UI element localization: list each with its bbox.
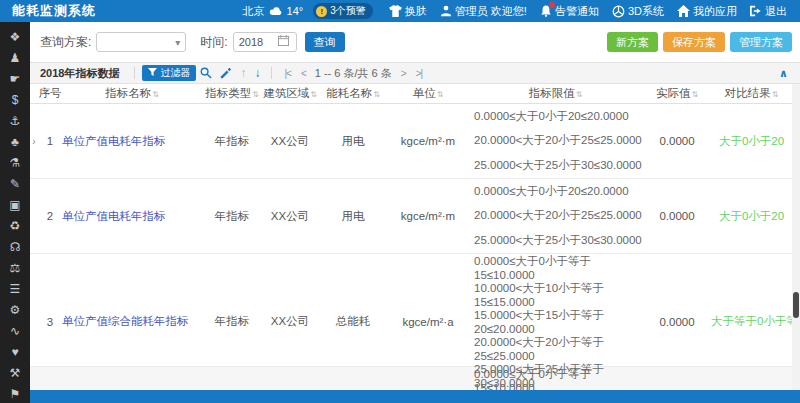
logout-icon <box>750 5 762 17</box>
tools-icon[interactable]: ⚒ <box>0 363 30 384</box>
system-3d-menu-item[interactable]: 3D系统 <box>612 4 664 19</box>
limit-values: 0.0000≤大于0小于20≤20.0000 20.0000<大于20小于25≤… <box>468 179 643 253</box>
indicator-type: 年指标 <box>202 134 262 149</box>
gear-icon[interactable]: ⚙ <box>0 300 30 321</box>
sort-icon: ⇅ <box>310 90 317 99</box>
logout-menu-item[interactable]: 退出 <box>750 4 787 19</box>
user-label: 管理员 欢迎您! <box>455 4 527 19</box>
alarm-menu-item[interactable]: 告警通知 <box>540 4 599 19</box>
table-row: 2 单位产值电耗年指标 年指标 XX公司 用电 kgce/m²·m 0.0000… <box>30 179 792 254</box>
last-page-button[interactable]: >| <box>416 68 422 79</box>
alert-count-badge[interactable]: ! 3个预警 <box>313 3 373 19</box>
move-down-icon[interactable]: ↓ <box>254 66 260 80</box>
unit: kgce/m²·m <box>388 210 468 222</box>
my-apps-label: 我的应用 <box>693 4 737 19</box>
hand-icon[interactable]: ☛ <box>0 69 30 90</box>
sort-icon: ⇅ <box>437 90 444 99</box>
col-result[interactable]: 对比结果⇅ <box>711 86 792 101</box>
shirt-icon <box>389 5 402 17</box>
bell-icon[interactable]: ☊ <box>0 237 30 258</box>
table-header: 序号 指标名称⇅ 指标类型⇅ 建筑区域⇅ 能耗名称⇅ 单位⇅ 指标限值⇅ 实际值… <box>30 84 792 104</box>
col-energy[interactable]: 能耗名称⇅ <box>318 86 388 101</box>
table-body: › 1 单位产值电耗年指标 年指标 XX公司 用电 kgce/m²·m 0.00… <box>30 104 792 390</box>
row-no: 3 <box>38 316 62 328</box>
col-actual[interactable]: 实际值⇅ <box>643 86 711 101</box>
panel-title: 2018年指标数据 <box>40 66 119 81</box>
user-menu-item[interactable]: 管理员 欢迎您! <box>440 4 527 19</box>
flask-icon[interactable]: ⚗ <box>0 153 30 174</box>
col-name[interactable]: 指标名称⇅ <box>62 86 202 101</box>
col-type[interactable]: 指标类型⇅ <box>202 86 262 101</box>
new-scheme-button[interactable]: 新方案 <box>607 32 658 52</box>
3d-system-label: 3D系统 <box>628 4 664 19</box>
divider <box>134 67 135 79</box>
vertical-scrollbar[interactable] <box>792 84 800 390</box>
scrollbar-thumb[interactable] <box>793 292 799 318</box>
col-unit[interactable]: 单位⇅ <box>388 86 468 101</box>
user-icon[interactable]: ♟ <box>0 48 30 69</box>
funnel-icon <box>148 68 157 79</box>
flag-icon[interactable]: ⚑ <box>0 384 30 403</box>
heart-icon[interactable]: ♥ <box>0 342 30 363</box>
next-page-button[interactable]: > <box>401 68 406 79</box>
sort-icon: ⇅ <box>576 90 583 99</box>
save-scheme-button[interactable]: 保存方案 <box>663 32 725 52</box>
app-window: 能耗监测系统 北京 14° ! 3个预警 换肤 管理员 欢迎您! <box>0 0 800 403</box>
box-icon[interactable]: ▣ <box>0 195 30 216</box>
menu-icon[interactable]: ☰ <box>0 279 30 300</box>
my-apps-menu-item[interactable]: 我的应用 <box>677 4 737 19</box>
compare-result: 大于0小于20 <box>711 209 792 224</box>
manage-scheme-button[interactable]: 管理方案 <box>730 32 792 52</box>
city-label: 北京 <box>243 4 265 19</box>
warning-icon: ! <box>316 6 327 17</box>
prev-page-button[interactable]: < <box>301 68 306 79</box>
sort-icon: ⇅ <box>152 90 159 99</box>
scheme-select[interactable]: ▾ <box>96 32 186 52</box>
col-area[interactable]: 建筑区域⇅ <box>262 86 318 101</box>
brush-icon[interactable] <box>220 67 232 79</box>
scales-icon[interactable]: ⚖ <box>0 258 30 279</box>
building-area: XX公司 <box>262 134 318 149</box>
compare-result: 大于0小于20 <box>711 134 792 149</box>
limit-line: 0.0000≤大于0小于20≤20.0000 <box>474 109 643 124</box>
table-row: › 1 单位产值电耗年指标 年指标 XX公司 用电 kgce/m²·m 0.00… <box>30 104 792 179</box>
expand-row-icon[interactable]: › <box>30 136 38 147</box>
anchor-icon[interactable]: ⚓ <box>0 111 30 132</box>
collapse-panel-icon[interactable]: ∧ <box>779 67 788 80</box>
edit-icon[interactable]: ✎ <box>0 174 30 195</box>
refresh-icon[interactable]: ♻ <box>0 216 30 237</box>
search-button[interactable]: 查询 <box>305 32 345 52</box>
move-up-icon[interactable]: ↑ <box>240 66 246 80</box>
actual-value: 0.0000 <box>643 210 711 222</box>
indicator-name-link[interactable]: 单位产值综合能耗年指标 <box>62 314 202 329</box>
actual-value: 0.0000 <box>643 316 711 328</box>
limit-line: 0.0000≤大于0小于20≤20.0000 <box>474 184 643 199</box>
home-icon <box>677 5 690 17</box>
indicator-name-link[interactable]: 单位产值电耗年指标 <box>62 209 202 224</box>
indicator-name-link[interactable]: 单位产值电耗年指标 <box>62 134 202 149</box>
search-icon[interactable] <box>200 67 212 79</box>
first-page-button[interactable]: |< <box>284 68 290 79</box>
tree-icon[interactable]: ♣ <box>0 132 30 153</box>
limit-line: 20.0000<大于20小于25≤25.0000 <box>474 208 643 223</box>
chart-icon[interactable]: ∿ <box>0 321 30 342</box>
limit-line: 20.0000<大于20小于等于25≤25.0000 <box>474 335 643 362</box>
money-icon[interactable]: $ <box>0 90 30 111</box>
building-area: XX公司 <box>262 314 318 329</box>
shield-icon[interactable]: ❖ <box>0 27 30 48</box>
limit-line: 10.0000<大于10小于等于15≤15.0000 <box>474 281 643 308</box>
filter-button[interactable]: 过滤器 <box>142 65 196 81</box>
time-input[interactable] <box>234 36 278 48</box>
left-sidebar: ❖ ♟ ☛ $ ⚓ ♣ ⚗ ✎ ▣ ♻ ☊ ⚖ ☰ ⚙ ∿ ♥ ⚒ ⚑ <box>0 22 30 403</box>
divider <box>271 67 272 79</box>
sort-icon: ⇅ <box>373 90 380 99</box>
unit: kgce/m²·m <box>388 135 468 147</box>
sort-icon: ⇅ <box>691 90 698 99</box>
footer-bar <box>30 390 800 403</box>
unit: kgce/m²·a <box>388 316 468 328</box>
panel-toolbar: 2018年指标数据 过滤器 ↑ ↓ |< < 1 -- 6 条/共 6 条 > … <box>30 62 800 84</box>
calendar-icon[interactable] <box>278 35 289 49</box>
col-limits[interactable]: 指标限值⇅ <box>468 86 643 101</box>
sort-icon: ⇅ <box>252 90 259 99</box>
skin-menu-item[interactable]: 换肤 <box>389 4 427 19</box>
